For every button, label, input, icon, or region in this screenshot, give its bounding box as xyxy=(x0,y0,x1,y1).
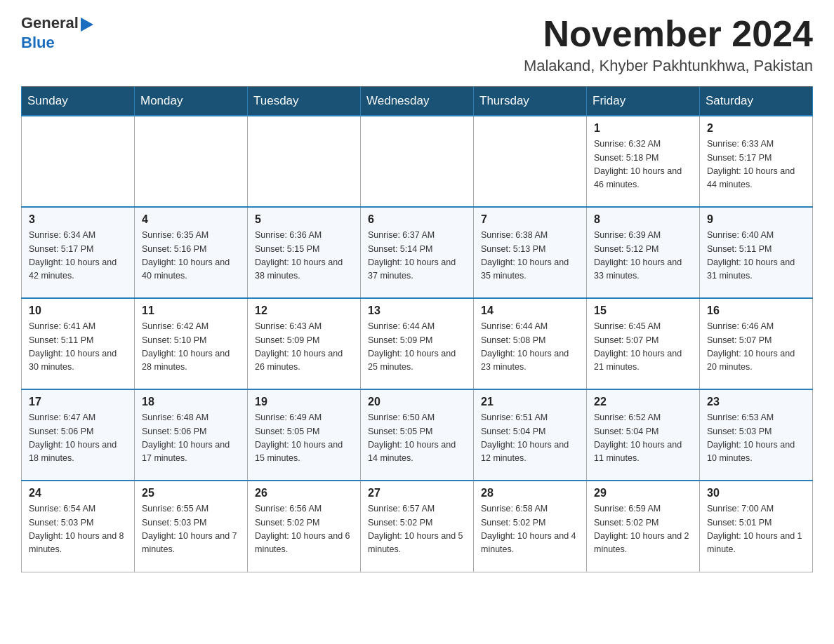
calendar-cell: 15Sunrise: 6:45 AM Sunset: 5:07 PM Dayli… xyxy=(587,298,700,389)
calendar-cell: 27Sunrise: 6:57 AM Sunset: 5:02 PM Dayli… xyxy=(361,481,474,572)
weekday-header-wednesday: Wednesday xyxy=(361,87,474,116)
calendar-cell: 7Sunrise: 6:38 AM Sunset: 5:13 PM Daylig… xyxy=(474,207,587,298)
day-info: Sunrise: 6:58 AM Sunset: 5:02 PM Dayligh… xyxy=(481,502,579,557)
day-info: Sunrise: 6:57 AM Sunset: 5:02 PM Dayligh… xyxy=(368,502,466,557)
page-header: General Blue November 2024 Malakand, Khy… xyxy=(21,14,813,75)
day-number: 17 xyxy=(29,396,127,408)
weekday-header-tuesday: Tuesday xyxy=(248,87,361,116)
day-info: Sunrise: 6:55 AM Sunset: 5:03 PM Dayligh… xyxy=(142,502,240,557)
weekday-header-saturday: Saturday xyxy=(700,87,813,116)
day-number: 2 xyxy=(707,122,805,135)
calendar-cell: 1Sunrise: 6:32 AM Sunset: 5:18 PM Daylig… xyxy=(587,116,700,207)
day-info: Sunrise: 6:39 AM Sunset: 5:12 PM Dayligh… xyxy=(594,229,692,283)
day-number: 28 xyxy=(481,487,579,499)
day-number: 3 xyxy=(29,213,127,226)
calendar-cell: 16Sunrise: 6:46 AM Sunset: 5:07 PM Dayli… xyxy=(700,298,813,389)
day-number: 23 xyxy=(707,396,805,408)
day-info: Sunrise: 6:56 AM Sunset: 5:02 PM Dayligh… xyxy=(255,502,353,557)
day-number: 22 xyxy=(594,396,692,408)
day-number: 24 xyxy=(29,487,127,499)
day-number: 29 xyxy=(594,487,692,499)
calendar-cell: 24Sunrise: 6:54 AM Sunset: 5:03 PM Dayli… xyxy=(22,481,135,572)
calendar-cell: 8Sunrise: 6:39 AM Sunset: 5:12 PM Daylig… xyxy=(587,207,700,298)
day-info: Sunrise: 6:36 AM Sunset: 5:15 PM Dayligh… xyxy=(255,229,353,283)
day-number: 6 xyxy=(368,213,466,226)
calendar-cell: 28Sunrise: 6:58 AM Sunset: 5:02 PM Dayli… xyxy=(474,481,587,572)
month-title: November 2024 xyxy=(524,14,813,54)
day-info: Sunrise: 6:33 AM Sunset: 5:17 PM Dayligh… xyxy=(707,137,805,192)
day-info: Sunrise: 6:59 AM Sunset: 5:02 PM Dayligh… xyxy=(594,502,692,557)
logo-general-text: General xyxy=(21,14,79,32)
weekday-header-sunday: Sunday xyxy=(22,87,135,116)
calendar-cell: 23Sunrise: 6:53 AM Sunset: 5:03 PM Dayli… xyxy=(700,389,813,481)
day-number: 18 xyxy=(142,396,240,408)
day-number: 27 xyxy=(368,487,466,499)
calendar-cell xyxy=(248,116,361,207)
day-number: 1 xyxy=(594,122,692,135)
day-info: Sunrise: 6:48 AM Sunset: 5:06 PM Dayligh… xyxy=(142,411,240,466)
calendar-week-row: 10Sunrise: 6:41 AM Sunset: 5:11 PM Dayli… xyxy=(22,298,813,389)
day-number: 7 xyxy=(481,213,579,226)
calendar-cell: 6Sunrise: 6:37 AM Sunset: 5:14 PM Daylig… xyxy=(361,207,474,298)
logo-blue-text: Blue xyxy=(21,34,55,52)
calendar-week-row: 3Sunrise: 6:34 AM Sunset: 5:17 PM Daylig… xyxy=(22,207,813,298)
day-info: Sunrise: 6:35 AM Sunset: 5:16 PM Dayligh… xyxy=(142,229,240,283)
day-number: 20 xyxy=(368,396,466,408)
calendar-cell xyxy=(22,116,135,207)
day-info: Sunrise: 6:53 AM Sunset: 5:03 PM Dayligh… xyxy=(707,411,805,466)
logo: General Blue xyxy=(21,14,94,52)
calendar-cell: 22Sunrise: 6:52 AM Sunset: 5:04 PM Dayli… xyxy=(587,389,700,481)
calendar-cell: 17Sunrise: 6:47 AM Sunset: 5:06 PM Dayli… xyxy=(22,389,135,481)
calendar-cell: 29Sunrise: 6:59 AM Sunset: 5:02 PM Dayli… xyxy=(587,481,700,572)
day-number: 26 xyxy=(255,487,353,499)
day-number: 30 xyxy=(707,487,805,499)
calendar-cell: 26Sunrise: 6:56 AM Sunset: 5:02 PM Dayli… xyxy=(248,481,361,572)
logo-triangle-icon xyxy=(81,18,93,32)
calendar-week-row: 24Sunrise: 6:54 AM Sunset: 5:03 PM Dayli… xyxy=(22,481,813,572)
day-info: Sunrise: 6:44 AM Sunset: 5:09 PM Dayligh… xyxy=(368,320,466,375)
weekday-header-monday: Monday xyxy=(135,87,248,116)
day-info: Sunrise: 6:50 AM Sunset: 5:05 PM Dayligh… xyxy=(368,411,466,466)
calendar-cell: 14Sunrise: 6:44 AM Sunset: 5:08 PM Dayli… xyxy=(474,298,587,389)
calendar-cell: 10Sunrise: 6:41 AM Sunset: 5:11 PM Dayli… xyxy=(22,298,135,389)
calendar-cell xyxy=(474,116,587,207)
calendar-cell: 30Sunrise: 7:00 AM Sunset: 5:01 PM Dayli… xyxy=(700,481,813,572)
calendar-cell: 3Sunrise: 6:34 AM Sunset: 5:17 PM Daylig… xyxy=(22,207,135,298)
calendar-week-row: 1Sunrise: 6:32 AM Sunset: 5:18 PM Daylig… xyxy=(22,116,813,207)
day-info: Sunrise: 6:43 AM Sunset: 5:09 PM Dayligh… xyxy=(255,320,353,375)
day-number: 13 xyxy=(368,304,466,317)
day-number: 9 xyxy=(707,213,805,226)
day-number: 5 xyxy=(255,213,353,226)
day-number: 10 xyxy=(29,304,127,317)
calendar-body: 1Sunrise: 6:32 AM Sunset: 5:18 PM Daylig… xyxy=(22,116,813,572)
day-info: Sunrise: 7:00 AM Sunset: 5:01 PM Dayligh… xyxy=(707,502,805,557)
day-info: Sunrise: 6:45 AM Sunset: 5:07 PM Dayligh… xyxy=(594,320,692,375)
calendar-cell: 18Sunrise: 6:48 AM Sunset: 5:06 PM Dayli… xyxy=(135,389,248,481)
day-number: 12 xyxy=(255,304,353,317)
day-info: Sunrise: 6:54 AM Sunset: 5:03 PM Dayligh… xyxy=(29,502,127,557)
calendar-cell: 12Sunrise: 6:43 AM Sunset: 5:09 PM Dayli… xyxy=(248,298,361,389)
calendar-table: SundayMondayTuesdayWednesdayThursdayFrid… xyxy=(21,86,813,572)
calendar-cell xyxy=(361,116,474,207)
calendar-cell xyxy=(135,116,248,207)
day-info: Sunrise: 6:44 AM Sunset: 5:08 PM Dayligh… xyxy=(481,320,579,375)
day-number: 14 xyxy=(481,304,579,317)
day-info: Sunrise: 6:49 AM Sunset: 5:05 PM Dayligh… xyxy=(255,411,353,466)
day-number: 21 xyxy=(481,396,579,408)
calendar-cell: 11Sunrise: 6:42 AM Sunset: 5:10 PM Dayli… xyxy=(135,298,248,389)
calendar-cell: 19Sunrise: 6:49 AM Sunset: 5:05 PM Dayli… xyxy=(248,389,361,481)
day-number: 4 xyxy=(142,213,240,226)
day-info: Sunrise: 6:34 AM Sunset: 5:17 PM Dayligh… xyxy=(29,229,127,283)
calendar-cell: 21Sunrise: 6:51 AM Sunset: 5:04 PM Dayli… xyxy=(474,389,587,481)
weekday-header-row: SundayMondayTuesdayWednesdayThursdayFrid… xyxy=(22,87,813,116)
calendar-cell: 13Sunrise: 6:44 AM Sunset: 5:09 PM Dayli… xyxy=(361,298,474,389)
day-info: Sunrise: 6:46 AM Sunset: 5:07 PM Dayligh… xyxy=(707,320,805,375)
day-info: Sunrise: 6:38 AM Sunset: 5:13 PM Dayligh… xyxy=(481,229,579,283)
calendar-week-row: 17Sunrise: 6:47 AM Sunset: 5:06 PM Dayli… xyxy=(22,389,813,481)
day-number: 11 xyxy=(142,304,240,317)
day-number: 8 xyxy=(594,213,692,226)
calendar-cell: 20Sunrise: 6:50 AM Sunset: 5:05 PM Dayli… xyxy=(361,389,474,481)
calendar-cell: 9Sunrise: 6:40 AM Sunset: 5:11 PM Daylig… xyxy=(700,207,813,298)
calendar-cell: 25Sunrise: 6:55 AM Sunset: 5:03 PM Dayli… xyxy=(135,481,248,572)
weekday-header-thursday: Thursday xyxy=(474,87,587,116)
